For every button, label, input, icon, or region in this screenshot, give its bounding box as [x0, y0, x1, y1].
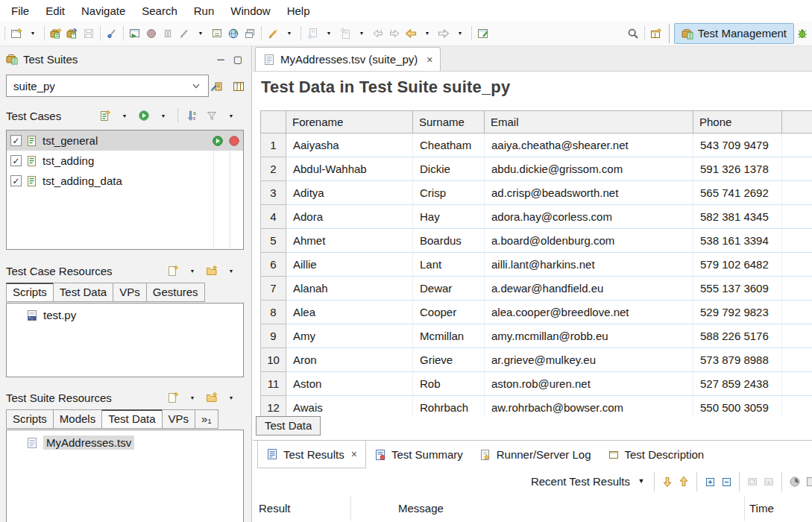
minimize-view-button[interactable]: ─: [217, 54, 224, 65]
cell-surname[interactable]: Dewar: [413, 277, 485, 301]
file-item-myaddresses-tsv[interactable]: MyAddresses.tsv: [7, 430, 243, 450]
menu-navigate[interactable]: Navigate: [73, 3, 133, 19]
column-divider[interactable]: [744, 496, 745, 521]
column-header-result[interactable]: Result: [259, 502, 291, 515]
next-failure-button[interactable]: [659, 473, 676, 491]
table-row[interactable]: 8AleaCooperalea.cooper@breedlove.net529 …: [261, 301, 812, 324]
column-header-phone[interactable]: Phone: [693, 111, 782, 133]
test-data-table[interactable]: Forename Surname Email Phone 1AaiyashaCh…: [260, 110, 812, 416]
quick-fix-button[interactable]: [265, 25, 281, 43]
back-button[interactable]: [403, 25, 419, 43]
forward-dropdown[interactable]: ▼: [452, 25, 468, 43]
table-row[interactable]: 10AronGrievear.grieve@mulkey.eu573 879 8…: [261, 348, 812, 372]
cell-phone[interactable]: 579 102 6482: [693, 253, 782, 277]
table-row[interactable]: 2Abdul-WahhabDickieabdu.dickie@grissom.c…: [261, 157, 812, 181]
column-header-forename[interactable]: Forename: [286, 111, 413, 133]
test-case-checkbox[interactable]: ✓: [10, 175, 22, 186]
cell-forename[interactable]: Alanah: [286, 277, 413, 301]
column-header-email[interactable]: Email: [485, 111, 693, 133]
column-header-surname[interactable]: Surname: [413, 111, 485, 133]
row-number[interactable]: 4: [261, 205, 286, 229]
new-file-dropdown[interactable]: ▼: [184, 262, 201, 280]
open-test-suite-button[interactable]: [64, 25, 81, 43]
column-header-time[interactable]: Time: [749, 502, 774, 515]
run-test-case-icon[interactable]: [212, 135, 224, 147]
row-number[interactable]: 5: [261, 229, 286, 253]
maximize-view-button[interactable]: ▢: [233, 54, 242, 65]
table-row[interactable]: 5AhmetBoardusa.board@oldenburg.com538 16…: [261, 229, 812, 253]
new-file-dropdown[interactable]: ▼: [184, 389, 201, 406]
new-test-case-button[interactable]: [97, 107, 113, 125]
cell-email[interactable]: aston.rob@uren.net: [485, 372, 693, 396]
new-folder-button[interactable]: [204, 262, 220, 280]
cell-forename[interactable]: Aron: [286, 348, 413, 372]
tab-test-description[interactable]: Test Description: [599, 441, 713, 468]
row-number[interactable]: 7: [261, 277, 286, 301]
recent-test-results-dropdown[interactable]: Recent Test Results: [528, 475, 633, 488]
record-button[interactable]: [143, 25, 160, 43]
pick-object-button[interactable]: [104, 25, 120, 43]
tab-runner-server-log[interactable]: Runner/Server Log: [471, 441, 599, 468]
perspective-test-management-button[interactable]: Test Management: [674, 23, 794, 44]
commit-dropdown[interactable]: ▼: [321, 25, 337, 43]
tab-overflow[interactable]: »₁: [195, 409, 218, 429]
update-dropdown[interactable]: ▼: [353, 25, 370, 43]
cell-phone[interactable]: 543 709 9479: [693, 133, 782, 157]
menu-window[interactable]: Window: [222, 3, 278, 19]
clipped-toolbar-button[interactable]: [806, 476, 812, 488]
launch-aut-button[interactable]: [127, 25, 143, 43]
cell-surname[interactable]: Rob: [413, 372, 485, 396]
table-row[interactable]: 3AdityaCrispad.crisp@beadsworth.net565 7…: [261, 181, 812, 205]
table-row[interactable]: 4AdoraHayadora.hay@corless.com582 381 43…: [261, 205, 812, 229]
row-number[interactable]: 9: [261, 324, 286, 348]
open-perspective-button[interactable]: [648, 25, 664, 43]
cell-forename[interactable]: Adora: [286, 205, 413, 229]
forward-button[interactable]: [435, 25, 452, 43]
cell-surname[interactable]: Cheatham: [413, 133, 485, 157]
new-folder-dropdown[interactable]: ▼: [223, 262, 239, 280]
new-wizard-button[interactable]: [8, 25, 25, 43]
new-file-button[interactable]: [165, 262, 181, 280]
row-number[interactable]: 8: [261, 301, 286, 324]
cell-phone[interactable]: 573 879 8988: [693, 348, 782, 372]
row-number[interactable]: 6: [261, 253, 286, 277]
cell-email[interactable]: ar.grieve@mulkey.eu: [485, 348, 693, 372]
table-row[interactable]: 1AaiyashaCheathamaaiya.cheatha@shearer.n…: [261, 133, 812, 157]
filter-button[interactable]: [204, 107, 220, 125]
table-row[interactable]: 12AwaisRohrbachaw.rohrbach@bowser.com550…: [261, 396, 812, 417]
cell-forename[interactable]: Abdul-Wahhab: [286, 157, 413, 181]
menu-edit[interactable]: Edit: [37, 3, 73, 19]
cell-phone[interactable]: 550 500 3059: [693, 396, 782, 417]
new-folder-button[interactable]: [204, 389, 220, 406]
cell-forename[interactable]: Amy: [286, 324, 413, 348]
recent-test-results-dropdown-arrow[interactable]: ▼: [633, 473, 649, 491]
test-case-row-tst-adding-data[interactable]: ✓ tst_adding_data: [7, 171, 243, 191]
previous-failure-button[interactable]: [676, 473, 692, 491]
cell-surname[interactable]: Dickie: [413, 157, 485, 181]
application-windows-button[interactable]: [242, 25, 258, 43]
filter-dropdown[interactable]: ▼: [223, 107, 239, 125]
row-number[interactable]: 12: [261, 396, 286, 417]
test-case-row-tst-adding[interactable]: ✓ tst_adding: [7, 151, 243, 171]
table-row[interactable]: 9AmyMcmillanamy.mcmillan@robb.eu588 226 …: [261, 324, 812, 348]
spy-pen-button[interactable]: [176, 25, 192, 43]
cell-email[interactable]: amy.mcmillan@robb.eu: [485, 324, 693, 348]
suite-selector[interactable]: suite_py: [6, 75, 209, 97]
tab-scripts[interactable]: Scripts: [6, 283, 54, 302]
test-case-checkbox[interactable]: ✓: [10, 155, 22, 166]
column-header-message[interactable]: Message: [398, 502, 444, 515]
tab-scripts[interactable]: Scripts: [6, 409, 54, 429]
cell-forename[interactable]: Alea: [286, 301, 413, 324]
cell-phone[interactable]: 555 137 3609: [693, 277, 782, 301]
cell-surname[interactable]: Hay: [413, 205, 485, 229]
search-button[interactable]: [625, 25, 641, 43]
table-columns-button[interactable]: [230, 78, 247, 95]
run-test-suite-dropdown[interactable]: ▼: [155, 107, 171, 125]
tab-test-results[interactable]: Test Results ×: [257, 441, 366, 468]
cell-email[interactable]: ailli.lant@harkins.net: [485, 253, 693, 277]
new-file-button[interactable]: [165, 389, 181, 406]
new-wizard-dropdown[interactable]: ▼: [25, 25, 41, 43]
sort-button[interactable]: az: [184, 107, 201, 125]
corner-header-cell[interactable]: [261, 111, 286, 133]
cell-surname[interactable]: Rohrbach: [413, 396, 485, 417]
